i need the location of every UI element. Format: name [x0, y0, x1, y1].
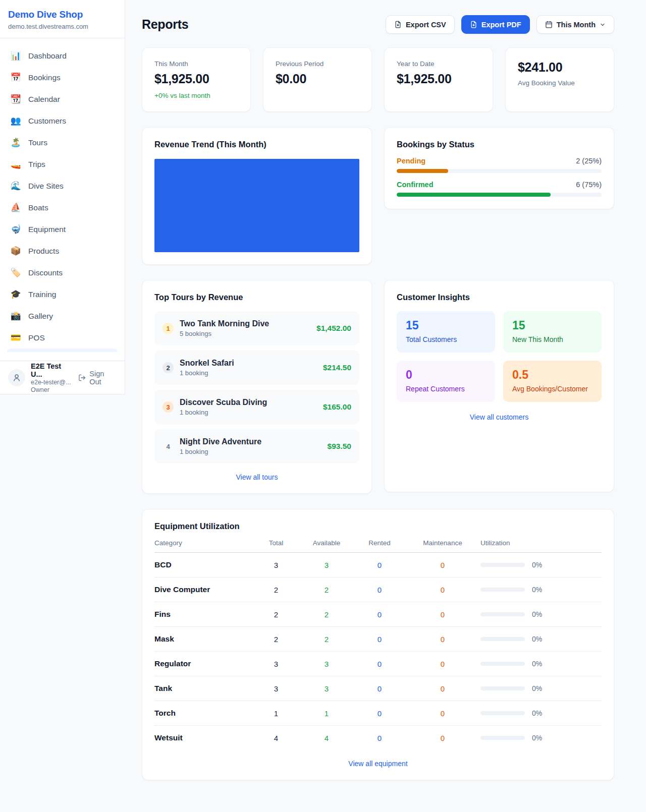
- sidebar-item-pos[interactable]: 💳 POS: [0, 327, 125, 349]
- tour-list: 1 Two Tank Morning Dive 5 bookings $1,45…: [154, 311, 359, 463]
- shop-header: Demo Dive Shop demo.test.divestreams.com: [0, 0, 125, 38]
- col-rented: Rented: [354, 539, 405, 547]
- tile-total-customers: 15 Total Customers: [397, 311, 495, 353]
- rank-badge: 3: [163, 401, 174, 413]
- tour-revenue: $1,452.00: [316, 324, 351, 333]
- table-row: Torch 1 1 0 0 0%: [154, 701, 602, 726]
- view-all-tours-link[interactable]: View all tours: [154, 473, 359, 481]
- stat-label: Year to Date: [397, 60, 480, 68]
- sidebar-item-training[interactable]: 🎓 Training: [0, 283, 125, 305]
- sign-out-button[interactable]: Sign Out: [78, 370, 117, 386]
- col-maintenance: Maintenance: [405, 539, 480, 547]
- sidebar-item-label: Bookings: [28, 73, 61, 82]
- tour-name: Night Dive Adventure: [180, 437, 261, 446]
- stat-card-this-month: This Month $1,925.00 +0% vs last month: [142, 47, 251, 112]
- stat-label: Previous Period: [276, 60, 359, 68]
- page-header: Reports Export CSV Export PDF This Month: [142, 15, 614, 34]
- view-all-customers-link[interactable]: View all customers: [397, 413, 602, 421]
- calendar-icon: [545, 21, 553, 28]
- stat-label: This Month: [154, 60, 238, 68]
- utilization-percent: 0%: [532, 635, 542, 643]
- sidebar-item-label: Calendar: [28, 95, 60, 104]
- table-row: Fins 2 2 0 0 0%: [154, 602, 602, 627]
- sidebar-item-trips[interactable]: 🚤 Trips: [0, 153, 125, 175]
- table-row: BCD 3 3 0 0 0%: [154, 553, 602, 577]
- equipment-rented: 0: [354, 586, 405, 594]
- col-utilization: Utilization: [480, 539, 602, 547]
- equipment-maintenance: 0: [405, 660, 480, 668]
- equipment-utilization-cell: 0%: [480, 660, 602, 668]
- export-csv-button[interactable]: Export CSV: [386, 15, 455, 34]
- utilization-percent: 0%: [532, 561, 542, 569]
- tour-row: 3 Discover Scuba Diving 1 booking $165.0…: [154, 390, 359, 424]
- tour-bookings: 1 booking: [180, 369, 234, 377]
- equipment-table-body: BCD 3 3 0 0 0% Dive Computer 2 2 0 0 0% …: [154, 553, 602, 750]
- wave-icon: 🌊: [10, 181, 21, 191]
- tour-revenue: $214.50: [323, 363, 351, 372]
- sidebar-item-products[interactable]: 📦 Products: [0, 240, 125, 262]
- sidebar-item-bookings[interactable]: 📅 Bookings: [0, 67, 125, 88]
- sign-out-label: Sign Out: [89, 370, 117, 386]
- tour-row: 4 Night Dive Adventure 1 booking $93.50: [154, 429, 359, 463]
- person-icon: [12, 373, 21, 382]
- equipment-maintenance: 0: [405, 684, 480, 693]
- equipment-utilization-cell: 0%: [480, 635, 602, 643]
- sidebar-item-dashboard[interactable]: 📊 Dashboard: [0, 45, 125, 67]
- equipment-table-header: Category Total Available Rented Maintena…: [154, 539, 602, 553]
- table-row: Wetsuit 4 4 0 0 0%: [154, 726, 602, 750]
- insight-tiles: 15 Total Customers 15 New This Month 0 R…: [397, 311, 602, 402]
- rank-badge: 1: [163, 323, 174, 334]
- export-pdf-button[interactable]: Export PDF: [461, 15, 530, 34]
- status-count: 6 (75%): [576, 181, 602, 189]
- equipment-available: 1: [299, 709, 354, 718]
- equipment-available: 3: [299, 660, 354, 668]
- stat-value: $0.00: [276, 72, 359, 86]
- equipment-rented: 0: [354, 660, 405, 668]
- sidebar-item-discounts[interactable]: 🏷️ Discounts: [0, 262, 125, 283]
- view-all-equipment-link[interactable]: View all equipment: [154, 760, 602, 768]
- sidebar-item-reports-partial[interactable]: [7, 349, 118, 352]
- equipment-maintenance: 0: [405, 561, 480, 569]
- chevron-down-icon: [600, 22, 606, 28]
- sidebar-item-gallery[interactable]: 📸 Gallery: [0, 305, 125, 327]
- graduation-cap-icon: 🎓: [10, 289, 21, 300]
- sidebar-item-equipment[interactable]: 🤿 Equipment: [0, 218, 125, 240]
- equipment-rented: 0: [354, 684, 405, 693]
- stat-value: $1,925.00: [397, 72, 480, 86]
- tour-name: Two Tank Morning Dive: [180, 319, 269, 328]
- header-actions: Export CSV Export PDF This Month: [386, 15, 614, 34]
- equipment-total: 3: [253, 660, 299, 668]
- tour-name: Snorkel Safari: [180, 359, 234, 368]
- sidebar-item-customers[interactable]: 👥 Customers: [0, 110, 125, 132]
- tile-value: 15: [512, 319, 593, 332]
- equipment-total: 3: [253, 684, 299, 693]
- equipment-total: 2: [253, 610, 299, 619]
- stat-delta: +0% vs last month: [154, 92, 238, 99]
- tour-revenue: $93.50: [328, 442, 351, 451]
- calendar-icon: 📆: [10, 94, 21, 104]
- status-count: 2 (25%): [576, 157, 602, 165]
- top-tours-card: Top Tours by Revenue 1 Two Tank Morning …: [142, 280, 372, 494]
- sidebar-item-label: POS: [28, 333, 45, 342]
- equipment-total: 2: [253, 635, 299, 644]
- sidebar-item-tours[interactable]: 🏝️ Tours: [0, 132, 125, 153]
- equipment-category: Wetsuit: [154, 733, 253, 742]
- customer-insights-card: Customer Insights 15 Total Customers 15 …: [384, 280, 614, 492]
- sidebar-item-label: Gallery: [28, 312, 53, 321]
- status-row-confirmed: Confirmed 6 (75%): [397, 181, 602, 197]
- rank-badge: 2: [163, 362, 174, 373]
- user-info: E2E Test U... e2e-tester@... Owner: [31, 362, 73, 393]
- utilization-bar-track: [480, 686, 525, 690]
- stat-card-avg-booking-value: $241.00 Avg Booking Value: [505, 47, 614, 112]
- status-label: Confirmed: [397, 181, 434, 189]
- equipment-category: BCD: [154, 560, 253, 569]
- sidebar-item-label: Trips: [28, 160, 45, 169]
- sidebar-item-boats[interactable]: ⛵ Boats: [0, 197, 125, 218]
- period-dropdown[interactable]: This Month: [536, 15, 614, 34]
- sidebar-item-dive-sites[interactable]: 🌊 Dive Sites: [0, 175, 125, 197]
- equipment-category: Mask: [154, 634, 253, 644]
- sidebar-item-label: Customers: [28, 117, 66, 126]
- sidebar-item-calendar[interactable]: 📆 Calendar: [0, 88, 125, 110]
- equipment-utilization-cell: 0%: [480, 586, 602, 594]
- sidebar-item-label: Tours: [28, 138, 47, 147]
